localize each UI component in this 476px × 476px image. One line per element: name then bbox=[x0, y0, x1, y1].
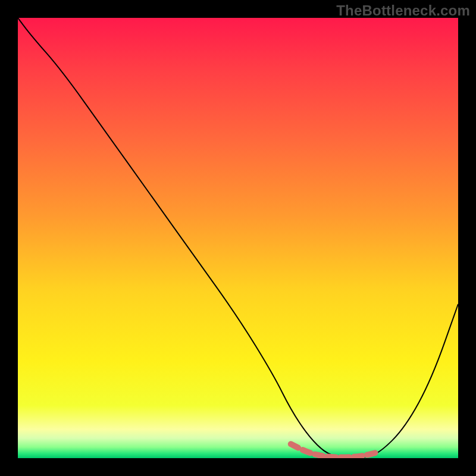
chart-svg bbox=[18, 18, 458, 458]
watermark-text: TheBottleneck.com bbox=[336, 2, 470, 19]
chart-container: TheBottleneck.com bbox=[0, 0, 476, 476]
gradient-background bbox=[18, 18, 458, 458]
plot-area bbox=[18, 18, 458, 458]
